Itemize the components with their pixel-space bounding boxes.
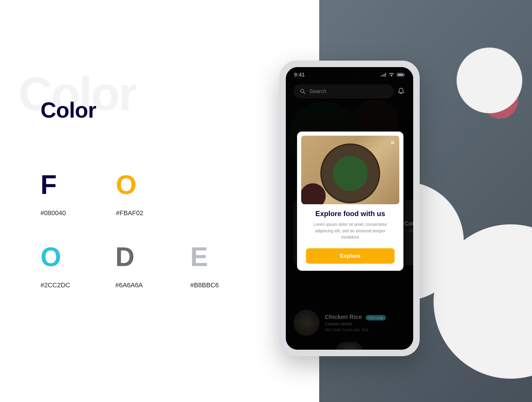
explore-modal: × Explore food with us Lorem ipsum dolor…	[297, 132, 403, 271]
color-swatch: O #2CC2DC	[40, 244, 115, 289]
list-item-subtitle: Chicken World	[325, 322, 386, 326]
list-item-title: Chicken Rice	[325, 314, 362, 320]
swatch-letter: O	[116, 171, 191, 198]
color-swatch: O #FBAF02	[116, 171, 191, 217]
swatch-letter: E	[190, 244, 265, 270]
swatch-hex: #B8BBC6	[190, 281, 265, 289]
notifications-button[interactable]	[397, 87, 405, 94]
color-swatch: D #6A6A6A	[115, 244, 190, 289]
peek-item-sub: 23 p	[409, 228, 413, 233]
swatch-hex: #6A6A6A	[115, 281, 190, 289]
wifi-icon	[389, 73, 394, 77]
swatch-letter: F	[40, 171, 116, 198]
swatch-letter: O	[40, 244, 115, 270]
phone-screen: 9:41 Search Coff 23 p	[286, 67, 413, 350]
battery-icon	[397, 73, 405, 77]
status-time: 9:41	[294, 72, 305, 78]
color-style-panel: Color Color F #080040 O #FBAF02 O #2CC2D…	[0, 0, 319, 402]
search-input[interactable]: Search	[293, 84, 394, 98]
close-icon[interactable]: ×	[389, 139, 396, 146]
svg-rect-2	[404, 74, 405, 76]
modal-description: Lorem ipsum dolor sit amet, consectetur …	[306, 221, 395, 241]
signal-icon	[380, 73, 386, 77]
svg-rect-1	[398, 74, 403, 76]
list-item-address: 382 Swift Courts Apt. 918	[325, 328, 386, 332]
search-icon	[300, 89, 305, 94]
modal-title: Explore food with us	[306, 210, 395, 218]
section-title: Color	[40, 98, 96, 123]
phone-mockup: 9:41 Search Coff 23 p	[279, 61, 420, 356]
swatch-grid: F #080040 O #FBAF02 O #2CC2DC D #6A6A6A	[40, 171, 265, 316]
swatch-letter: D	[115, 244, 190, 270]
swatch-hex: #FBAF02	[116, 209, 191, 217]
status-icons	[380, 73, 405, 77]
search-placeholder: Search	[309, 88, 326, 95]
modal-hero-image: ×	[301, 136, 399, 204]
color-swatch: E #B8BBC6	[190, 244, 265, 289]
swatch-hex: #2CC2DC	[40, 281, 115, 289]
swatch-hex: #080040	[40, 209, 116, 217]
statusbar: 9:41	[286, 71, 413, 79]
list-item-thumb	[293, 310, 319, 336]
color-swatch: F #080040	[40, 171, 116, 217]
list-item[interactable]: Chicken Rice Free ship Chicken World 382…	[293, 307, 406, 339]
explore-button[interactable]: Explore	[306, 248, 395, 264]
svg-line-4	[304, 92, 305, 94]
list-item-peek	[336, 342, 363, 350]
free-ship-badge: Free ship	[366, 315, 386, 320]
peek-item-title: Coff	[404, 220, 413, 227]
